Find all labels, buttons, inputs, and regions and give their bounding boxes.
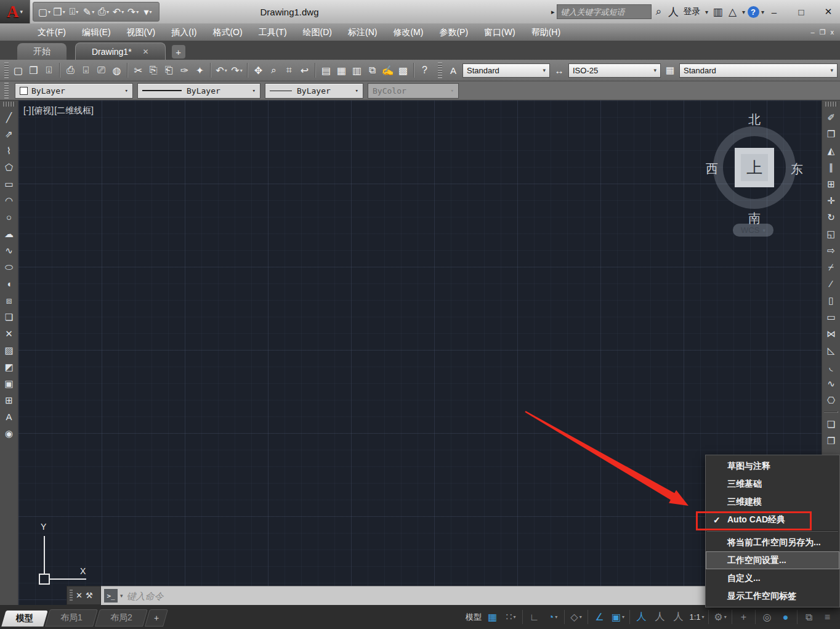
toolbar-grip[interactable]: [3, 102, 15, 107]
menu-edit[interactable]: 编辑(E): [74, 23, 119, 41]
paste-button[interactable]: ⎗▾: [161, 62, 177, 78]
user-icon[interactable]: 人: [666, 4, 681, 20]
chevron-down-icon[interactable]: ▾: [740, 4, 748, 20]
erase-tool[interactable]: ✐: [823, 109, 839, 126]
model-space-button[interactable]: 模型 ▾: [464, 609, 483, 625]
join-tool[interactable]: ⋈: [823, 325, 839, 342]
menu-format[interactable]: 格式(O): [204, 23, 250, 41]
menu-item-3d-modeling[interactable]: ✓ 三维建模: [706, 493, 839, 511]
chevron-down-icon[interactable]: ▾: [759, 4, 767, 20]
view-cube-north[interactable]: 北: [708, 112, 801, 128]
dimension-style-select[interactable]: ISO-25 ▾: [568, 63, 661, 78]
object-snap-tracking-toggle[interactable]: ∠ ▾: [591, 609, 608, 625]
autodesk360-icon[interactable]: △: [725, 4, 740, 20]
clean-screen-button[interactable]: ⧉ ▾: [800, 609, 818, 625]
point-tool[interactable]: ✕: [1, 325, 17, 342]
menu-window[interactable]: 窗口(W): [476, 23, 523, 41]
chevron-down-icon[interactable]: ▾: [120, 593, 123, 599]
isometric-drafting-toggle[interactable]: ◇ ▾: [567, 609, 585, 625]
markup-set-manager-button[interactable]: ✍▾: [380, 62, 395, 78]
isolate-objects-button[interactable]: ◎ ▾: [758, 609, 776, 625]
menu-tools[interactable]: 工具(T): [251, 23, 295, 41]
gradient-tool[interactable]: ◩: [1, 359, 17, 375]
application-menu-button[interactable]: A ▾: [0, 0, 30, 23]
array-tool[interactable]: ⊞: [823, 176, 839, 192]
customization-button[interactable]: + ▾: [735, 609, 753, 625]
rotate-tool[interactable]: ↻: [823, 209, 839, 225]
app-store-icon[interactable]: ▥: [711, 4, 725, 20]
explode-tool[interactable]: ⎔: [823, 392, 839, 408]
snap-mode-toggle[interactable]: ∷ ▾: [502, 609, 520, 625]
menu-item-drafting-annotation[interactable]: ✓ 草图与注释: [706, 457, 839, 475]
qat-saveas-icon[interactable]: ✎▾: [81, 4, 96, 19]
chevron-down-icon[interactable]: ▾: [703, 4, 711, 20]
menu-item-autocad-classic[interactable]: ✓ Auto CAD经典: [706, 511, 839, 529]
scale-tool[interactable]: ◱: [823, 225, 839, 242]
chamfer-tool[interactable]: ◺: [823, 342, 839, 359]
menu-item-workspace-settings[interactable]: ✓ 工作空间设置...: [706, 551, 839, 569]
polyline-tool[interactable]: ⌇: [1, 142, 17, 159]
command-prompt-icon[interactable]: >_: [104, 589, 118, 603]
maximize-button[interactable]: □: [794, 7, 808, 17]
add-selected-tool[interactable]: ◉: [1, 425, 17, 442]
open-file-button[interactable]: ❒▾: [26, 62, 41, 78]
menu-view[interactable]: 视图(V): [119, 23, 164, 41]
new-drawing-tab-button[interactable]: +: [172, 45, 185, 59]
sheet-set-manager-button[interactable]: ⧉▾: [365, 62, 380, 78]
tab-drawing1[interactable]: Drawing1* ✕: [75, 43, 166, 60]
view-cube-west[interactable]: 西: [706, 161, 718, 177]
insert-block-tool[interactable]: ⧈: [1, 292, 17, 309]
menu-item-customize[interactable]: ✓ 自定义...: [706, 569, 839, 587]
command-tools-icon[interactable]: ⚒: [86, 591, 93, 600]
drawing-canvas[interactable]: [-][俯视][二维线框] 北 西 东 南 上 WCS ▾: [18, 100, 822, 605]
view-cube-east[interactable]: 东: [791, 161, 803, 177]
search-input[interactable]: [557, 4, 652, 19]
spline-tool[interactable]: ∿: [1, 242, 17, 259]
table-style-select[interactable]: Standard ▾: [679, 63, 838, 78]
close-command-line-icon[interactable]: ✕: [76, 591, 83, 600]
tab-layout2[interactable]: 布局2: [95, 609, 148, 627]
view-cube-top-face[interactable]: 上: [735, 148, 774, 187]
tool-palettes-button[interactable]: ▥▾: [349, 62, 365, 78]
match-properties-button[interactable]: ✑▾: [177, 62, 192, 78]
status-menu-button[interactable]: ≡ ▾: [818, 609, 836, 625]
new-layout-button[interactable]: +: [145, 609, 168, 627]
mdi-minimize-button[interactable]: –: [811, 28, 815, 36]
hatch-tool[interactable]: ▨: [1, 342, 17, 359]
stretch-tool[interactable]: ⇨: [823, 242, 839, 259]
menu-item-save-workspace-as[interactable]: ✓ 将当前工作空间另存为...: [706, 534, 839, 551]
view-cube[interactable]: 北 西 东 南 上 WCS ▾: [708, 113, 801, 239]
block-editor-button[interactable]: ✦▾: [192, 62, 208, 78]
menu-help[interactable]: 帮助(H): [523, 23, 568, 41]
tab-model[interactable]: 模型: [1, 611, 47, 627]
object-snap-toggle[interactable]: ▣ ▾: [609, 609, 627, 625]
mdi-restore-button[interactable]: ❐: [820, 28, 826, 36]
toolbar-grip[interactable]: [825, 102, 838, 107]
make-block-tool[interactable]: ❏: [1, 309, 17, 325]
break-tool[interactable]: ▭: [823, 309, 839, 325]
menu-draw[interactable]: 绘图(D): [295, 23, 340, 41]
qat-open-icon[interactable]: ❒▾: [52, 4, 67, 19]
toolbar-grip[interactable]: [4, 62, 9, 78]
qat-collapse-icon[interactable]: ▾▾: [140, 4, 155, 19]
ellipse-tool[interactable]: ⬭: [1, 259, 17, 275]
bring-to-front-tool[interactable]: ❏: [823, 416, 839, 432]
multiline-text-tool[interactable]: A: [1, 408, 17, 425]
annotation-scale-value[interactable]: 1:1 ▾: [688, 609, 706, 625]
qat-redo-icon[interactable]: ↷▾: [126, 4, 140, 19]
polar-tracking-toggle[interactable]: ◔ ▾: [544, 609, 562, 625]
text-style-select[interactable]: Standard ▾: [462, 63, 550, 78]
sign-in-label[interactable]: 登录: [684, 6, 701, 17]
zoom-window-button[interactable]: ⌗▾: [281, 62, 297, 78]
menu-parametric[interactable]: 参数(P): [431, 23, 476, 41]
send-to-back-tool[interactable]: ❐: [823, 432, 839, 449]
move-tool[interactable]: ✛: [823, 192, 839, 209]
viewport-minimize-control[interactable]: [-]: [23, 105, 31, 115]
undo-button[interactable]: ↶▾: [214, 62, 229, 78]
zoom-previous-button[interactable]: ↩▾: [297, 62, 312, 78]
redo-button[interactable]: ↷▾: [229, 62, 244, 78]
revision-cloud-tool[interactable]: ☁: [1, 225, 17, 242]
minimize-button[interactable]: –: [767, 7, 781, 17]
trim-tool[interactable]: ⌿: [823, 259, 839, 275]
arc-tool[interactable]: ◠: [1, 192, 17, 209]
